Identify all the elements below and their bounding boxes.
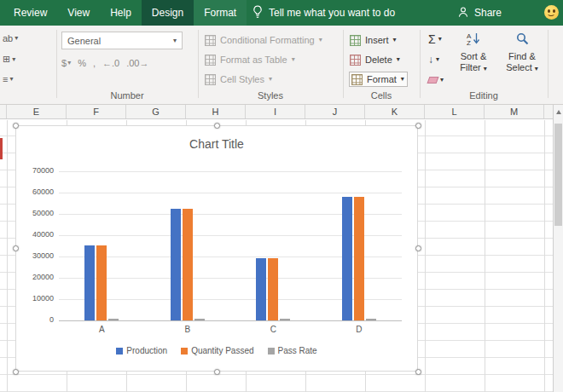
increase-decimal-button[interactable]: ←.0 (102, 58, 119, 68)
chart-legend[interactable]: ProductionQuantity PassedPass Rate (16, 346, 417, 355)
increase-decimal-icon: ←.0 (102, 58, 119, 68)
tell-me-box[interactable]: Tell me what you want to do (252, 0, 395, 26)
selection-handle[interactable] (13, 245, 19, 251)
format-button[interactable]: Format▾ (350, 72, 407, 86)
number-format-select[interactable]: General ▾ (61, 32, 183, 49)
chart[interactable]: Chart Title 0100002000030000400005000060… (15, 125, 418, 372)
chevron-down-icon: ▾ (173, 37, 177, 44)
selection-handle[interactable] (214, 123, 220, 129)
selection-handle[interactable] (13, 369, 19, 375)
chart-plot (59, 171, 402, 320)
tell-me-label: Tell me what you want to do (269, 7, 395, 19)
selection-handle[interactable] (214, 369, 220, 375)
selection-handle[interactable] (415, 123, 421, 129)
merge-center-button[interactable]: ⊞▾ (3, 54, 15, 65)
column-headers: EFGHIJKLM (0, 105, 553, 119)
group-separator (548, 30, 548, 98)
bar-production[interactable] (256, 258, 266, 320)
cells-group-buttons: Insert▾Delete▾Format▾ (350, 33, 407, 92)
tab-view[interactable]: View (57, 0, 100, 26)
conditional-formatting-button[interactable]: Conditional Formatting▾ (205, 33, 322, 47)
fill-button[interactable]: ↓ ▾ (428, 52, 439, 67)
smiley-emoji-icon[interactable] (544, 5, 559, 20)
sort-az-icon: AZ (466, 32, 481, 49)
column-header-partial[interactable] (544, 105, 553, 118)
decrease-decimal-button[interactable]: .00→ (126, 58, 148, 68)
cell-styles-icon (205, 74, 216, 85)
share-button[interactable]: Share (457, 0, 502, 26)
legend-item-quantity-passed[interactable]: Quantity Passed (181, 346, 253, 355)
delete-button[interactable]: Delete▾ (350, 53, 407, 66)
autosum-button[interactable]: Σ ▾ (428, 32, 442, 47)
magnifier-icon (515, 32, 530, 49)
column-header-j[interactable]: J (305, 105, 365, 118)
column-header-f[interactable]: F (67, 105, 126, 118)
y-tick-label: 40000 (16, 230, 54, 239)
tab-help[interactable]: Help (100, 0, 142, 26)
comma-style-button[interactable]: , (93, 58, 96, 68)
eraser-icon (427, 77, 439, 84)
button-label: Sort & Filter ▾ (452, 51, 495, 73)
wrap-text-button[interactable]: ab▾ (3, 33, 18, 43)
bar-pass-rate[interactable] (366, 319, 376, 320)
align-lines-icon: ≡ (3, 74, 8, 84)
format-as-table-button[interactable]: Format as Table▾ (205, 53, 322, 66)
chevron-down-icon: ▾ (440, 77, 444, 84)
x-axis-label: A (59, 325, 145, 334)
column-header-l[interactable]: L (425, 105, 485, 118)
y-tick-label: 50000 (16, 209, 54, 217)
legend-label: Quantity Passed (191, 346, 253, 355)
insert-button[interactable]: Insert▾ (350, 33, 407, 47)
x-axis-label: B (145, 325, 231, 334)
chevron-down-icon: ▾ (319, 37, 322, 43)
bar-pass-rate[interactable] (108, 319, 119, 320)
chevron-down-icon: ▾ (292, 56, 295, 63)
column-header-i[interactable]: I (246, 105, 305, 118)
scroll-up-button[interactable] (554, 105, 563, 119)
tab-design[interactable]: Design (142, 0, 194, 26)
column-header-e[interactable]: E (7, 105, 67, 118)
chevron-down-icon: ▾ (535, 65, 538, 72)
legend-item-pass-rate[interactable]: Pass Rate (268, 346, 317, 355)
selection-handle[interactable] (13, 123, 19, 129)
chevron-down-icon: ▾ (397, 56, 400, 63)
clear-button[interactable]: ▾ (428, 72, 444, 88)
column-header-g[interactable]: G (126, 105, 186, 118)
selection-handle[interactable] (415, 369, 421, 375)
delete-icon (350, 55, 361, 66)
scrollbar-thumb[interactable] (554, 124, 562, 226)
column-header-m[interactable]: M (485, 105, 544, 118)
bar-production[interactable] (342, 197, 352, 320)
tab-review[interactable]: Review (3, 0, 57, 26)
bar-pass-rate[interactable] (194, 319, 205, 320)
alignment-button[interactable]: ≡▾ (3, 74, 13, 84)
bar-quantity-passed[interactable] (183, 209, 193, 320)
vertical-scrollbar[interactable] (553, 105, 563, 392)
insert-icon (350, 35, 361, 46)
find-select-button[interactable]: Find & Select ▾ (501, 30, 543, 73)
bar-pass-rate[interactable] (280, 319, 290, 320)
bar-production[interactable] (84, 245, 95, 320)
tab-format[interactable]: Format (194, 0, 247, 26)
lightbulb-icon (252, 5, 263, 21)
styles-group-label: Styles (198, 90, 343, 101)
percent-style-button[interactable]: % (78, 58, 86, 68)
bar-quantity-passed[interactable] (96, 245, 107, 320)
cell-styles-button[interactable]: Cell Styles▾ (205, 72, 322, 86)
bar-production[interactable] (171, 209, 181, 320)
sort-filter-button[interactable]: AZSort & Filter ▾ (452, 30, 495, 73)
accounting-format-button[interactable]: $▾ (61, 58, 71, 68)
column-header-partial[interactable] (0, 105, 7, 118)
legend-item-production[interactable]: Production (116, 346, 167, 355)
column-header-h[interactable]: H (186, 105, 246, 118)
column-header-k[interactable]: K (365, 105, 425, 118)
format-icon (351, 74, 363, 85)
y-tick-label: 70000 (16, 166, 54, 175)
selection-handle[interactable] (415, 245, 421, 251)
button-label: Conditional Formatting (220, 35, 315, 45)
bar-quantity-passed[interactable] (354, 197, 364, 320)
button-label: Delete (365, 55, 392, 65)
button-label: Cell Styles (220, 74, 264, 84)
legend-label: Production (126, 346, 167, 355)
bar-quantity-passed[interactable] (268, 258, 278, 320)
